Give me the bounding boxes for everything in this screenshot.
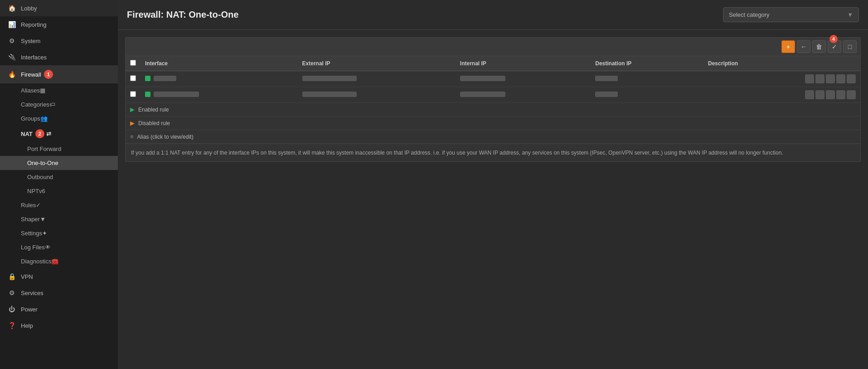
col-interface: Interface <box>141 56 298 71</box>
row-external-ip-cell <box>298 71 456 87</box>
sidebar-item-power[interactable]: ⏻ Power <box>0 301 118 317</box>
help-icon: ❓ <box>7 322 16 329</box>
row-checkbox[interactable] <box>130 91 136 97</box>
external-ip-value <box>302 76 357 81</box>
row-checkbox-cell <box>126 71 141 87</box>
sidebar-sub-nat[interactable]: NAT 2 ⇄ <box>0 126 118 142</box>
reporting-icon: 📊 <box>7 21 16 28</box>
sidebar-item-label: Help <box>21 322 33 329</box>
toolbar-badge: 4 <box>829 35 838 43</box>
sidebar-sub-aliases[interactable]: Aliases ▦ <box>0 83 118 97</box>
legend-alias-label: Alias (click to view/edit) <box>137 134 194 140</box>
square-button[interactable]: □ <box>843 40 857 53</box>
sidebar-item-label: Lobby <box>21 5 37 12</box>
back-button[interactable]: ← <box>797 40 810 53</box>
system-icon: ⚙ <box>7 37 16 44</box>
sidebar-item-interfaces[interactable]: 🔌 Interfaces <box>0 49 118 65</box>
sidebar-sub-categories[interactable]: Categories 🏷 <box>0 97 118 112</box>
vpn-icon: 🔒 <box>7 273 16 280</box>
diagnostics-icon: 🧰 <box>51 258 58 265</box>
sidebar-item-system[interactable]: ⚙ System <box>0 33 118 49</box>
internal-ip-value <box>460 92 505 97</box>
row-actions-cell <box>800 71 860 87</box>
settings-icon: ✦ <box>42 230 47 237</box>
col-actions <box>800 56 860 71</box>
groups-label: Groups <box>21 115 40 122</box>
row-checkbox-cell <box>126 87 141 103</box>
legend-enabled: ▶ Enabled rule <box>126 103 860 117</box>
nat-label: NAT <box>21 131 33 137</box>
sidebar-item-label: Interfaces <box>21 54 47 61</box>
row-interface-cell <box>141 71 298 87</box>
sidebar-item-reporting[interactable]: 📊 Reporting <box>0 16 118 33</box>
nptv6-label: NPTv6 <box>27 188 45 194</box>
table-toolbar: 4 + ← 🗑 ✓ □ <box>126 38 860 56</box>
shaper-label: Shaper <box>21 216 40 223</box>
aliases-label: Aliases <box>21 87 40 94</box>
sidebar-sub-outbound[interactable]: Outbound <box>0 170 118 184</box>
legend-alias[interactable]: ≡ Alias (click to view/edit) <box>126 130 860 144</box>
row-destination-ip-cell <box>591 87 703 103</box>
delete-button[interactable]: 🗑 <box>812 40 826 53</box>
add-rule-button[interactable]: + <box>781 40 795 53</box>
select-all-checkbox[interactable] <box>130 60 136 66</box>
sidebar-item-firewall[interactable]: 🔥 Firewall 1 <box>0 65 118 83</box>
log-files-icon: 👁 <box>45 244 51 251</box>
page-content: 4 + ← 🗑 ✓ □ Interface External IP Intern… <box>118 30 868 369</box>
row-action-buttons <box>805 90 856 99</box>
sidebar-sub-shaper[interactable]: Shaper ▼ <box>0 212 118 226</box>
shaper-icon: ▼ <box>40 216 46 223</box>
row-checkbox[interactable] <box>130 75 136 81</box>
col-checkbox <box>126 56 141 71</box>
select-category-dropdown[interactable]: Select category ▼ <box>723 7 859 22</box>
power-icon: ⏻ <box>7 306 16 313</box>
sidebar-item-services[interactable]: ⚙ Services <box>0 285 118 301</box>
sidebar-item-vpn[interactable]: 🔒 VPN <box>0 268 118 285</box>
legend-enabled-label: Enabled rule <box>138 107 169 113</box>
sidebar-item-lobby[interactable]: 🏠 Lobby <box>0 0 118 16</box>
page-header: Firewall: NAT: One-to-One Select categor… <box>118 0 868 30</box>
alias-icon: ≡ <box>130 133 134 140</box>
groups-icon: 👥 <box>40 115 48 122</box>
destination-ip-value <box>595 92 618 97</box>
categories-label: Categories <box>21 101 49 108</box>
chevron-down-icon: ▼ <box>847 11 853 18</box>
sidebar-sub-settings[interactable]: Settings ✦ <box>0 226 118 240</box>
row-interface-cell <box>141 87 298 103</box>
sidebar-item-label: Firewall <box>21 71 41 78</box>
nat-icon: ⇄ <box>46 131 51 137</box>
external-ip-value <box>302 92 357 97</box>
sidebar-item-label: Services <box>21 290 44 296</box>
nat-table-container: 4 + ← 🗑 ✓ □ Interface External IP Intern… <box>125 37 861 162</box>
disabled-rule-icon: ▶ <box>130 120 135 126</box>
legend-disabled-label: Disabled rule <box>138 120 170 126</box>
row-destination-ip-cell <box>591 71 703 87</box>
col-description: Description <box>703 56 800 71</box>
enabled-rule-icon: ▶ <box>130 106 135 113</box>
interfaces-icon: 🔌 <box>7 53 16 61</box>
row-description-cell <box>703 71 800 87</box>
aliases-icon: ▦ <box>40 87 45 94</box>
sidebar: 🏠 Lobby 📊 Reporting ⚙ System 🔌 Interface… <box>0 0 118 369</box>
sidebar-sub-log-files[interactable]: Log Files 👁 <box>0 240 118 254</box>
internal-ip-value <box>460 76 505 81</box>
info-text-content: If you add a 1:1 NAT entry for any of th… <box>131 150 783 156</box>
sidebar-sub-nptv6[interactable]: NPTv6 <box>0 184 118 198</box>
sidebar-item-help[interactable]: ❓ Help <box>0 317 118 334</box>
row-description-cell <box>703 87 800 103</box>
sidebar-sub-rules[interactable]: Rules ✓ <box>0 198 118 212</box>
sidebar-sub-port-forward[interactable]: Port Forward <box>0 142 118 156</box>
col-destination-ip: Destination IP <box>591 56 703 71</box>
interface-status-indicator <box>145 76 150 81</box>
sidebar-sub-groups[interactable]: Groups 👥 <box>0 112 118 126</box>
row-actions-cell <box>800 87 860 103</box>
sidebar-sub-one-to-one[interactable]: One-to-One <box>0 156 118 170</box>
one-to-one-label: One-to-One <box>27 160 58 166</box>
interface-status-indicator <box>145 92 150 97</box>
sidebar-sub-diagnostics[interactable]: Diagnostics 🧰 <box>0 254 118 268</box>
row-external-ip-cell <box>298 87 456 103</box>
diagnostics-label: Diagnostics <box>21 258 51 265</box>
rules-label: Rules <box>21 202 36 209</box>
sidebar-item-label: VPN <box>21 273 33 280</box>
firewall-badge: 1 <box>44 70 53 79</box>
